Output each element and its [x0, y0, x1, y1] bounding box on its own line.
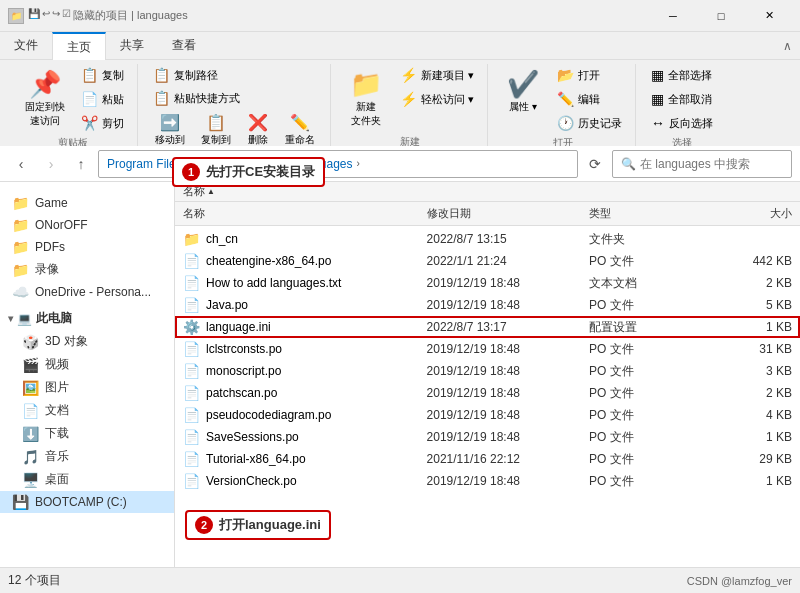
- file-row-howto[interactable]: 📄How to add languages.txt 2019/12/19 18:…: [175, 272, 800, 294]
- paste-shortcut-button[interactable]: 📋 粘贴快捷方式: [148, 87, 322, 109]
- up-button[interactable]: ↑: [68, 151, 94, 177]
- sidebar-item-onedrive[interactable]: ☁️ OneDrive - Persona...: [0, 281, 174, 303]
- file-icon-lclstr: 📄: [183, 341, 200, 357]
- watermark: CSDN @lamzfog_ver: [687, 575, 792, 587]
- sidebar-group-this-pc[interactable]: ▾ 💻 此电脑: [0, 307, 174, 330]
- pin-button[interactable]: 📌 固定到快速访问: [16, 64, 74, 133]
- copy-path-button[interactable]: 📋 复制路径: [148, 64, 322, 86]
- tab-share[interactable]: 共享: [106, 32, 158, 59]
- delete-button[interactable]: ❌ 删除: [240, 110, 276, 146]
- file-row-pseudocode[interactable]: 📄pseudocodediagram.po 2019/12/19 18:48 P…: [175, 404, 800, 426]
- save-icon[interactable]: 💾: [28, 8, 40, 23]
- address-bar[interactable]: Program Files › Cheat Engine 7.4 › langu…: [98, 150, 578, 178]
- col-header-date[interactable]: 修改日期: [427, 206, 589, 221]
- redo-icon[interactable]: ↪: [52, 8, 60, 23]
- sidebar-item-music[interactable]: 🎵 音乐: [0, 445, 174, 468]
- move-to-button[interactable]: ➡️ 移动到: [148, 110, 192, 146]
- filename-language-ini: language.ini: [206, 320, 271, 334]
- sidebar-label-game: Game: [35, 196, 68, 210]
- sidebar-item-pdfs[interactable]: 📁 PDFs: [0, 236, 174, 258]
- ribbon-group-clipboard: 📌 固定到快速访问 📋 复制 📄 粘贴 ✂️ 剪切: [8, 64, 138, 146]
- file-row-language-ini[interactable]: ⚙️language.ini 2022/8/7 13:17 配置设置 1 KB: [175, 316, 800, 338]
- properties-button[interactable]: ✔️ 属性 ▾: [498, 64, 548, 134]
- file-row-savesessions[interactable]: 📄SaveSessions.po 2019/12/19 18:48 PO 文件 …: [175, 426, 800, 448]
- minimize-button[interactable]: ─: [650, 0, 696, 32]
- rename-button[interactable]: ✏️ 重命名: [278, 110, 322, 146]
- open-button[interactable]: 📂 打开: [552, 64, 627, 86]
- file-row-cheatengine-po[interactable]: 📄cheatengine-x86_64.po 2022/1/1 21:24 PO…: [175, 250, 800, 272]
- undo-icon[interactable]: ↩: [42, 8, 50, 23]
- file-row-versioncheck[interactable]: 📄VersionCheck.po 2019/12/19 18:48 PO 文件 …: [175, 470, 800, 492]
- invert-selection-button[interactable]: ↔️ 反向选择: [646, 112, 718, 134]
- callout-2-text: 打开language.ini: [219, 516, 321, 534]
- tab-file[interactable]: 文件: [0, 32, 52, 59]
- file-row-patchscan[interactable]: 📄patchscan.po 2019/12/19 18:48 PO 文件 2 K…: [175, 382, 800, 404]
- file-row-ch-cn[interactable]: 📁ch_cn 2022/8/7 13:15 文件夹: [175, 228, 800, 250]
- sidebar-item-video[interactable]: 🎬 视频: [0, 353, 174, 376]
- cut-button[interactable]: ✂️ 剪切: [76, 112, 129, 134]
- sidebar-label-desktop: 桌面: [45, 471, 69, 488]
- checkbox-icon[interactable]: ☑: [62, 8, 71, 23]
- back-button[interactable]: ‹: [8, 151, 34, 177]
- sidebar-item-onoroff[interactable]: 📁 ONorOFF: [0, 214, 174, 236]
- forward-button[interactable]: ›: [38, 151, 64, 177]
- copy-button[interactable]: 📋 复制: [76, 64, 129, 86]
- tab-view[interactable]: 查看: [158, 32, 210, 59]
- maximize-button[interactable]: □: [698, 0, 744, 32]
- paste-button[interactable]: 📄 粘贴: [76, 88, 129, 110]
- new-folder-button[interactable]: 📁 新建文件夹: [341, 64, 391, 133]
- sidebar-label-video: 视频: [45, 356, 69, 373]
- bread-item-program-files[interactable]: Program Files: [107, 157, 182, 171]
- filedate-pseudocode: 2019/12/19 18:48: [427, 408, 589, 422]
- col-header-size[interactable]: 大小: [711, 206, 792, 221]
- sidebar-item-3d[interactable]: 🎲 3D 对象: [0, 330, 174, 353]
- collapse-ribbon-icon[interactable]: ∧: [783, 39, 792, 53]
- easy-access-label: 轻松访问 ▾: [421, 92, 474, 107]
- sidebar-item-desktop[interactable]: 🖥️ 桌面: [0, 468, 174, 491]
- col-header-name[interactable]: 名称: [183, 206, 427, 221]
- hidden-items-label: 隐藏的项目 | languages: [73, 8, 188, 23]
- sidebar: 📁 Game 📁 ONorOFF 📁 PDFs 📁 录像 ☁️ OneDrive…: [0, 182, 175, 567]
- filesize-versioncheck: 1 KB: [711, 474, 792, 488]
- col-header-type[interactable]: 类型: [589, 206, 711, 221]
- refresh-button[interactable]: ⟳: [582, 150, 608, 178]
- filedate-versioncheck: 2019/12/19 18:48: [427, 474, 589, 488]
- file-icon-versioncheck: 📄: [183, 473, 200, 489]
- sidebar-item-documents[interactable]: 📄 文档: [0, 399, 174, 422]
- filename-versioncheck: VersionCheck.po: [206, 474, 297, 488]
- file-row-java[interactable]: 📄Java.po 2019/12/19 18:48 PO 文件 5 KB: [175, 294, 800, 316]
- filename-lclstr: lclstrconsts.po: [206, 342, 282, 356]
- copy-to-button[interactable]: 📋 复制到: [194, 110, 238, 146]
- new-folder-label: 新建文件夹: [351, 100, 381, 128]
- paste-label: 粘贴: [102, 92, 124, 107]
- filetype-java: PO 文件: [589, 297, 711, 314]
- tab-home[interactable]: 主页: [52, 32, 106, 60]
- sidebar-item-downloads[interactable]: ⬇️ 下载: [0, 422, 174, 445]
- select-all-button[interactable]: ▦ 全部选择: [646, 64, 718, 86]
- sidebar-label-pictures: 图片: [45, 379, 69, 396]
- edit-button[interactable]: ✏️ 编辑: [552, 88, 627, 110]
- sidebar-item-pictures[interactable]: 🖼️ 图片: [0, 376, 174, 399]
- sidebar-item-game[interactable]: 📁 Game: [0, 192, 174, 214]
- file-row-monoscript[interactable]: 📄monoscript.po 2019/12/19 18:48 PO 文件 3 …: [175, 360, 800, 382]
- quick-access-icons: 💾 ↩ ↪ ☑ 隐藏的项目 | languages: [28, 8, 188, 23]
- search-input[interactable]: [640, 157, 783, 171]
- move-label: 移动到: [155, 133, 185, 146]
- rename-icon: ✏️: [290, 115, 310, 131]
- easy-access-button[interactable]: ⚡ 轻松访问 ▾: [395, 88, 479, 110]
- sidebar-item-bootcamp[interactable]: 💾 BOOTCAMP (C:): [0, 491, 174, 513]
- search-bar[interactable]: 🔍: [612, 150, 792, 178]
- documents-icon: 📄: [22, 403, 39, 419]
- file-row-tutorial[interactable]: 📄Tutorial-x86_64.po 2021/11/16 22:12 PO …: [175, 448, 800, 470]
- pin-label: 固定到快速访问: [25, 100, 65, 128]
- sidebar-item-recordings[interactable]: 📁 录像: [0, 258, 174, 281]
- close-button[interactable]: ✕: [746, 0, 792, 32]
- properties-icon: ✔️: [507, 69, 539, 100]
- deselect-all-button[interactable]: ▦ 全部取消: [646, 88, 718, 110]
- sidebar-label-music: 音乐: [45, 448, 69, 465]
- file-row-lclstr[interactable]: 📄lclstrconsts.po 2019/12/19 18:48 PO 文件 …: [175, 338, 800, 360]
- filesize-tutorial: 29 KB: [711, 452, 792, 466]
- new-item-button[interactable]: ⚡ 新建项目 ▾: [395, 64, 479, 86]
- history-button[interactable]: 🕐 历史记录: [552, 112, 627, 134]
- folder-icon-recordings: 📁: [12, 262, 29, 278]
